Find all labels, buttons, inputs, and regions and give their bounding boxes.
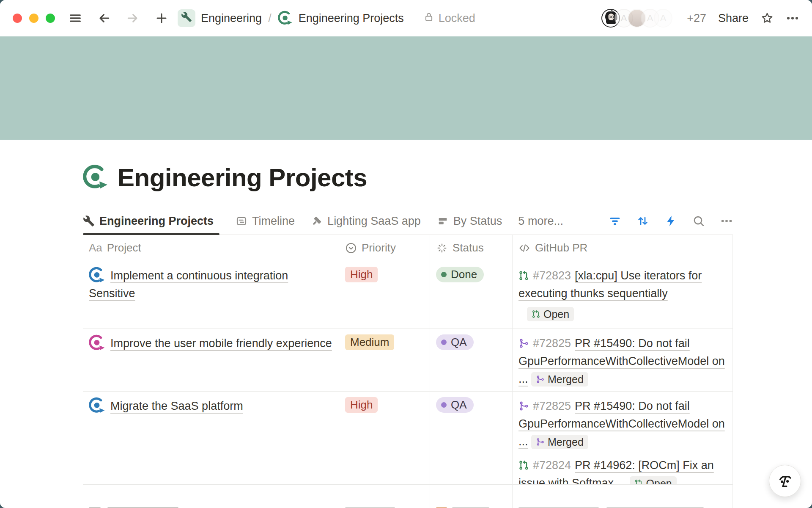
pull-request-icon: [634, 479, 643, 484]
table-row: Improve the user mobile friendly experie…: [83, 329, 733, 392]
page-title: Engineering Projects: [118, 163, 367, 192]
pr-number: #72825: [533, 400, 571, 412]
avatar-overflow-count[interactable]: +27: [687, 12, 706, 25]
minimize-window-button[interactable]: [29, 14, 38, 23]
automation-bolt-icon[interactable]: [664, 215, 677, 227]
project-title-link[interactable]: Migrate the SaaS platform: [110, 400, 243, 412]
priority-badge[interactable]: High: [345, 397, 378, 413]
git-merge-icon: [518, 338, 529, 348]
cycle-arrow-icon: [89, 397, 106, 414]
search-icon[interactable]: [692, 215, 705, 227]
status-property-icon: [436, 242, 448, 254]
pull-request-icon: [532, 310, 540, 318]
pr-number: #72825: [533, 337, 571, 350]
lock-status[interactable]: Locked: [423, 11, 475, 25]
project-cell[interactable]: Implement a continuous integration Sensi…: [83, 261, 339, 329]
cycle-arrow-icon: [89, 267, 106, 284]
cycle-arrow-icon: [89, 334, 106, 351]
priority-cell[interactable]: High: [339, 261, 430, 329]
notion-ai-button[interactable]: [769, 465, 801, 497]
git-merge-icon: [536, 375, 544, 384]
code-property-icon: [518, 242, 530, 254]
presence-avatars[interactable]: A A A: [601, 9, 672, 28]
share-button[interactable]: Share: [718, 12, 749, 25]
tab-timeline[interactable]: Timeline: [236, 207, 295, 235]
status-cell[interactable]: QA: [430, 392, 513, 484]
breadcrumb-separator: /: [268, 12, 272, 25]
page-icon-cycle-arrow[interactable]: [83, 164, 109, 190]
status-dot: [441, 340, 447, 345]
breadcrumb-current-label[interactable]: Engineering Projects: [299, 12, 404, 25]
priority-badge[interactable]: Medium: [345, 334, 394, 350]
more-options-icon[interactable]: [786, 11, 799, 25]
git-merge-icon: [518, 401, 529, 411]
sort-icon[interactable]: [636, 215, 649, 227]
status-dot: [441, 402, 447, 408]
priority-badge[interactable]: High: [345, 267, 378, 282]
table-header: Aa Project Priority Status GitHub PR: [83, 235, 733, 261]
pr-number: #72823: [533, 269, 571, 282]
page-cover-image: [0, 36, 812, 140]
column-header-project[interactable]: Aa Project: [83, 235, 339, 261]
view-toolbar: [609, 215, 733, 227]
pr-number: #72824: [533, 459, 571, 472]
status-dot: [441, 272, 447, 277]
locked-label: Locked: [439, 12, 475, 25]
avatar[interactable]: A: [654, 9, 672, 28]
select-property-icon: [345, 242, 357, 254]
view-tabs: Engineering Projects Timeline Lighting S…: [83, 207, 733, 235]
new-page-icon[interactable]: [155, 11, 168, 25]
table-row: Migrate the SaaS platform High QA #72825…: [83, 392, 733, 485]
wrench-icon: [83, 215, 95, 227]
breadcrumb-root-label[interactable]: Engineering: [201, 12, 262, 25]
status-cell[interactable]: QA: [430, 329, 513, 391]
top-bar: Engineering / Engineering Projects Locke…: [0, 0, 812, 36]
tab-by-status[interactable]: By Status: [437, 207, 502, 235]
github-pr-cell[interactable]: #72823[xla:cpu] Use iterators for execut…: [513, 261, 733, 329]
pr-state-chip[interactable]: Merged: [531, 372, 588, 387]
desktop-background: Engineering / Engineering Projects Locke…: [0, 0, 812, 508]
pr-state-chip[interactable]: Merged: [531, 435, 588, 449]
github-pr-cell[interactable]: #72825PR #15490: Do not fail GpuPerforma…: [513, 329, 733, 391]
zoom-window-button[interactable]: [46, 14, 55, 23]
breadcrumb: Engineering / Engineering Projects: [178, 9, 404, 27]
cycle-arrow-icon: [278, 11, 293, 26]
breadcrumb-root-item[interactable]: [178, 9, 195, 27]
table-row: Implement a continuous integration Sensi…: [83, 261, 733, 329]
pull-request-icon: [518, 460, 529, 470]
project-title-link[interactable]: Implement a continuous integration Sensi…: [89, 269, 288, 300]
title-property-icon: Aa: [89, 241, 102, 254]
tab-lighting-saas-app[interactable]: Lighting SaaS app: [311, 207, 421, 235]
pr-state-chip[interactable]: Open: [630, 476, 677, 484]
hammer-icon: [311, 215, 323, 227]
pull-request-icon: [518, 271, 529, 281]
status-badge[interactable]: Done: [436, 267, 484, 282]
tab-engineering-projects[interactable]: Engineering Projects: [83, 207, 219, 235]
app-window: Engineering / Engineering Projects Locke…: [0, 0, 812, 508]
github-pr-cell[interactable]: #72825PR #15490: Do not fail GpuPerforma…: [513, 392, 733, 484]
column-header-priority[interactable]: Priority: [339, 235, 430, 261]
column-header-github-pr[interactable]: GitHub PR: [513, 235, 733, 261]
close-window-button[interactable]: [13, 14, 22, 23]
priority-cell[interactable]: Medium: [339, 329, 430, 391]
view-options-icon[interactable]: [720, 215, 733, 227]
status-badge[interactable]: QA: [436, 397, 474, 413]
forward-arrow-icon[interactable]: [126, 11, 140, 25]
filter-icon[interactable]: [609, 215, 621, 227]
status-cell[interactable]: Done: [430, 261, 513, 329]
back-arrow-icon[interactable]: [97, 11, 111, 25]
priority-cell[interactable]: High: [339, 392, 430, 484]
favorite-star-icon[interactable]: [760, 11, 774, 25]
more-views-button[interactable]: 5 more...: [518, 207, 563, 235]
status-badge[interactable]: QA: [436, 334, 474, 350]
column-header-status[interactable]: Status: [430, 235, 513, 261]
project-cell[interactable]: Improve the user mobile friendly experie…: [83, 329, 339, 391]
project-cell[interactable]: Migrate the SaaS platform: [83, 392, 339, 484]
pr-state-chip[interactable]: Open: [527, 307, 574, 321]
git-merge-icon: [536, 438, 544, 446]
project-title-link[interactable]: Improve the user mobile friendly experie…: [110, 337, 332, 350]
ai-face-icon: [776, 472, 793, 489]
board-icon: [437, 215, 449, 227]
sidebar-menu-icon[interactable]: [69, 11, 82, 25]
timeline-icon: [236, 215, 247, 227]
